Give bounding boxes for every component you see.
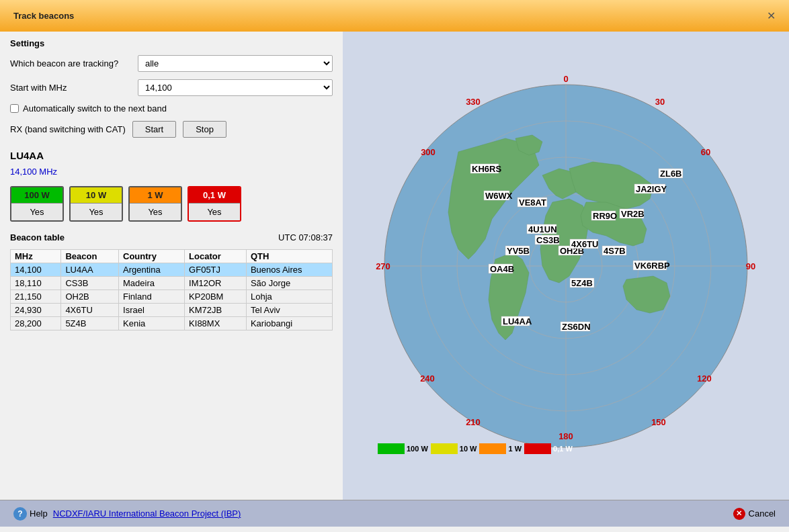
svg-text:330: 330 — [466, 97, 481, 107]
map-container: 0 30 60 90 120 150 180 210 240 270 300 3… — [371, 71, 761, 461]
cell-locator: IM12OR — [185, 277, 247, 290]
cell-mhz: 18,110 — [11, 277, 61, 290]
power-01w-label: 0,1 W — [189, 187, 240, 203]
left-panel: Settings Which beacon are tracking? alle… — [0, 32, 343, 500]
svg-text:60: 60 — [701, 147, 710, 157]
svg-text:LU4AA: LU4AA — [503, 316, 532, 326]
beacon-select[interactable]: alle — [138, 55, 333, 72]
svg-text:RR9O: RR9O — [593, 211, 617, 221]
ibp-link[interactable]: NCDXF/IARU International Beacon Project … — [53, 508, 241, 519]
cancel-button[interactable]: ✕ Cancel — [733, 508, 776, 520]
cell-beacon: LU4AA — [61, 263, 119, 277]
mhz-select-label: Start with MHz — [10, 83, 138, 93]
svg-text:120: 120 — [697, 373, 712, 384]
power-100w-yes: Yes — [11, 203, 63, 220]
svg-text:180: 180 — [558, 431, 573, 441]
table-row: 28,2005Z4BKeniaKI88MXKariobangi — [11, 317, 333, 330]
svg-text:150: 150 — [651, 417, 666, 427]
cell-locator: KP20BM — [185, 290, 247, 304]
table-row: 14,100LU4AAArgentinaGF05TJBuenos Aires — [11, 263, 333, 277]
beacon-select-row: Which beacon are tracking? alle — [10, 55, 333, 72]
close-button[interactable]: ✕ — [767, 9, 776, 22]
cell-mhz: 28,200 — [11, 317, 61, 330]
cell-country: Israel — [119, 304, 185, 317]
power-100w-label: 100 W — [11, 187, 63, 203]
mhz-select[interactable]: 14,100 — [138, 79, 333, 96]
legend-1w-box — [479, 443, 506, 454]
svg-text:JA2IGY: JA2IGY — [636, 184, 667, 194]
svg-text:W6WX: W6WX — [485, 191, 513, 201]
cell-country: Madeira — [119, 277, 185, 290]
start-button[interactable]: Start — [132, 121, 176, 138]
beacon-table-header: MHz Beacon Country Locator QTH — [11, 250, 333, 263]
svg-text:30: 30 — [655, 97, 665, 107]
svg-text:ZS6DN: ZS6DN — [562, 322, 591, 332]
stop-button[interactable]: Stop — [183, 121, 226, 138]
cell-country: Argentina — [119, 263, 185, 277]
svg-text:KH6RS: KH6RS — [472, 164, 501, 174]
svg-text:4U1UN: 4U1UN — [528, 224, 557, 234]
col-mhz: MHz — [11, 250, 61, 263]
cancel-label: Cancel — [749, 508, 776, 519]
cell-qth: Kariobangi — [246, 317, 332, 330]
legend-01w-label: 0,1 W — [553, 445, 573, 453]
power-1w: 1 W Yes — [128, 186, 182, 222]
bottom-bar: ? Help NCDXF/IARU International Beacon P… — [0, 500, 789, 527]
help-label: Help — [30, 508, 48, 519]
svg-text:0: 0 — [563, 74, 568, 84]
cancel-icon: ✕ — [733, 508, 745, 520]
beacon-table: MHz Beacon Country Locator QTH 14,100LU4… — [10, 249, 333, 330]
svg-text:4X6TU: 4X6TU — [571, 239, 598, 249]
svg-text:CS3B: CS3B — [536, 235, 560, 245]
window-title: Track beacons — [13, 11, 74, 21]
legend-10w-box — [431, 443, 458, 454]
auto-switch-checkbox[interactable] — [10, 104, 19, 113]
legend-10w: 10 W — [431, 443, 477, 454]
auto-switch-label: Automatically switch to the next band — [23, 103, 167, 114]
svg-text:OA4B: OA4B — [490, 264, 514, 274]
cell-locator: KI88MX — [185, 317, 247, 330]
legend-100w-box — [378, 443, 405, 454]
cell-beacon: OH2B — [61, 290, 119, 304]
table-row: 21,150OH2BFinlandKP20BMLohja — [11, 290, 333, 304]
power-10w-label: 10 W — [71, 187, 122, 203]
utc-time: UTC 07:08:37 — [278, 232, 333, 242]
map-legend: 100 W 10 W 1 W 0,1 W — [378, 443, 573, 454]
rx-label: RX (band switching with CAT) — [10, 124, 126, 134]
svg-text:4S7B: 4S7B — [604, 246, 626, 256]
svg-text:VR2B: VR2B — [621, 209, 645, 219]
power-grid: 100 W Yes 10 W Yes 1 W Yes 0,1 W Yes — [10, 186, 333, 222]
legend-1w: 1 W — [479, 443, 522, 454]
table-row: 18,110CS3BMadeiraIM12ORSão Jorge — [11, 277, 333, 290]
settings-section-title: Settings — [10, 38, 333, 48]
cell-country: Kenia — [119, 317, 185, 330]
cell-locator: GF05TJ — [185, 263, 247, 277]
legend-100w-label: 100 W — [407, 445, 428, 453]
col-qth: QTH — [246, 250, 332, 263]
legend-01w-box — [524, 443, 551, 454]
col-beacon: Beacon — [61, 250, 119, 263]
svg-text:ZL6B: ZL6B — [660, 169, 682, 179]
auto-switch-row: Automatically switch to the next band — [10, 103, 333, 114]
bottom-left: ? Help NCDXF/IARU International Beacon P… — [13, 507, 241, 521]
power-10w-yes: Yes — [71, 203, 122, 220]
help-button[interactable]: ? Help — [13, 507, 48, 521]
azimuthal-map: 0 30 60 90 120 150 180 210 240 270 300 3… — [371, 71, 761, 461]
svg-text:5Z4B: 5Z4B — [571, 278, 593, 288]
beacon-table-header-row: Beacon table UTC 07:08:37 — [10, 232, 333, 242]
current-freq: 14,100 MHz — [10, 167, 333, 177]
legend-10w-label: 10 W — [460, 445, 477, 453]
svg-text:240: 240 — [420, 373, 435, 384]
cell-qth: Tel Aviv — [246, 304, 332, 317]
svg-text:VK6RBP: VK6RBP — [634, 261, 670, 271]
cell-qth: Buenos Aires — [246, 263, 332, 277]
svg-text:210: 210 — [466, 417, 481, 427]
svg-text:300: 300 — [421, 147, 435, 157]
col-country: Country — [119, 250, 185, 263]
power-100w: 100 W Yes — [10, 186, 64, 222]
power-01w-yes: Yes — [189, 203, 240, 220]
cell-mhz: 24,930 — [11, 304, 61, 317]
right-panel: 0 30 60 90 120 150 180 210 240 270 300 3… — [343, 32, 789, 500]
col-locator: Locator — [185, 250, 247, 263]
cell-locator: KM72JB — [185, 304, 247, 317]
